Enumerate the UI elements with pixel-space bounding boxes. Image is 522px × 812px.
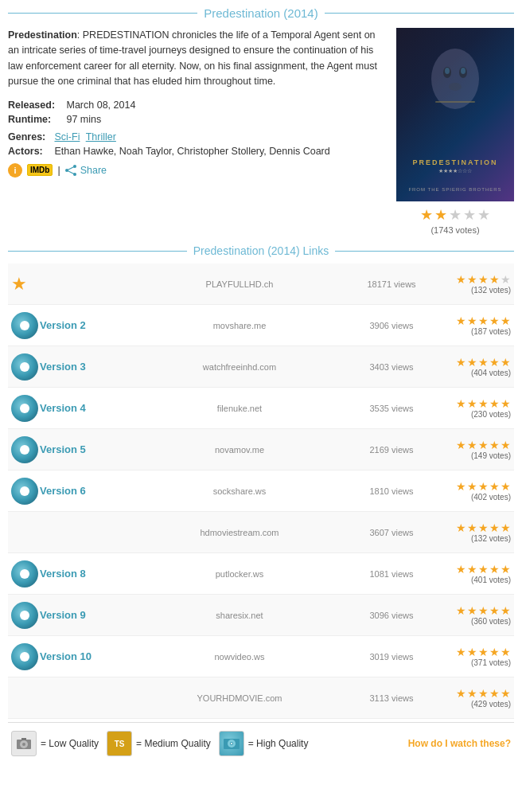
link-url[interactable]: PLAYFULLHD.ch xyxy=(119,279,360,289)
link-version-anchor[interactable]: Version 3 xyxy=(40,361,86,373)
link-star-filled: ★ xyxy=(501,604,511,617)
star-2[interactable]: ★ xyxy=(434,206,447,224)
how-to-watch[interactable]: How do I watch these? xyxy=(408,738,511,749)
med-quality-text: TS xyxy=(115,740,125,748)
link-name: Version 8 xyxy=(40,568,119,580)
link-url[interactable]: movshare.me xyxy=(119,321,360,330)
dvd-icon xyxy=(11,353,38,381)
link-version-anchor[interactable]: Version 6 xyxy=(40,485,86,497)
rating-stars[interactable]: ★ ★ ★ ★ ★ xyxy=(420,206,490,224)
link-star-filled: ★ xyxy=(456,687,466,700)
link-star-filled: ★ xyxy=(501,480,511,493)
movie-title-bold: Predestination xyxy=(8,29,77,41)
actors-label: Actors: xyxy=(8,146,52,157)
title-bar: Predestination (2014) xyxy=(8,6,514,20)
link-star-empty: ★ xyxy=(501,273,511,286)
link-votes: (401 votes) xyxy=(423,576,511,584)
runtime-value: 97 mins xyxy=(66,114,101,125)
star-1[interactable]: ★ xyxy=(420,206,433,224)
links-list: ★ PLAYFULLHD.ch 18171 views ★★★★★ (132 v… xyxy=(8,264,514,719)
star-4[interactable]: ★ xyxy=(463,206,476,224)
poster-face xyxy=(419,39,491,142)
link-url[interactable]: novamov.me xyxy=(119,445,360,455)
link-star-filled: ★ xyxy=(478,439,489,451)
link-star-filled: ★ xyxy=(467,687,477,700)
link-version-anchor[interactable]: Version 4 xyxy=(40,402,86,414)
genre-scifi[interactable]: Sci-Fi xyxy=(54,131,80,142)
link-url-anchor[interactable]: hdmoviestream.com xyxy=(200,528,279,537)
link-version-anchor[interactable]: Version 10 xyxy=(40,650,92,662)
star-3[interactable]: ★ xyxy=(449,206,462,224)
link-url-anchor[interactable]: PLAYFULLHD.ch xyxy=(206,279,274,289)
dvd-icon xyxy=(11,436,38,463)
imdb-badge[interactable]: IMDb xyxy=(27,164,53,176)
link-url-anchor[interactable]: nowvideo.ws xyxy=(215,652,265,662)
imdb-row: i IMDb | Share xyxy=(8,163,387,178)
share-icon xyxy=(65,165,78,176)
dvd-icon xyxy=(11,478,38,505)
link-votes: (230 votes) xyxy=(423,410,511,419)
table-row: Version 2 movshare.me 3906 views ★★★★★ (… xyxy=(8,305,514,346)
link-url-anchor[interactable]: watchfreeinhd.com xyxy=(203,362,276,372)
link-icon-cell: ★ xyxy=(11,274,40,295)
link-star-filled: ★ xyxy=(467,439,477,451)
dvd-icon xyxy=(11,643,38,670)
runtime-label: Runtime: xyxy=(8,114,64,125)
link-url-anchor[interactable]: sharesix.net xyxy=(216,611,263,620)
link-url[interactable]: hdmoviestream.com xyxy=(119,528,360,537)
link-url-anchor[interactable]: YOURHDMOVIE.com xyxy=(197,693,282,703)
link-rating: ★★★★★ (429 votes) xyxy=(423,687,511,709)
runtime-row: Runtime: 97 mins xyxy=(8,114,387,125)
link-url[interactable]: filenuke.net xyxy=(119,404,360,413)
link-star-filled: ★ xyxy=(489,439,500,451)
link-url-anchor[interactable]: putlocker.ws xyxy=(216,569,264,579)
link-url-anchor[interactable]: filenuke.net xyxy=(217,404,262,413)
link-star-filled: ★ xyxy=(478,687,489,700)
link-star-filled: ★ xyxy=(456,563,466,576)
link-views: 2169 views xyxy=(360,445,423,455)
link-star-filled: ★ xyxy=(478,273,489,286)
link-url-anchor[interactable]: sockshare.ws xyxy=(213,486,267,496)
link-name: Version 6 xyxy=(40,485,119,497)
link-version-anchor[interactable]: Version 5 xyxy=(40,443,86,455)
star-5[interactable]: ★ xyxy=(477,206,490,224)
link-star-filled: ★ xyxy=(467,397,477,410)
link-url-anchor[interactable]: movshare.me xyxy=(213,321,267,330)
link-url[interactable]: nowvideo.ws xyxy=(119,652,360,662)
link-url[interactable]: watchfreeinhd.com xyxy=(119,362,360,372)
quality-med-item: TS = Medium Quality xyxy=(107,731,211,756)
link-star-filled: ★ xyxy=(478,646,489,658)
link-star-filled: ★ xyxy=(501,563,511,576)
link-version-anchor[interactable]: Version 9 xyxy=(40,609,86,621)
movie-poster: PREDESTINATION ★★★★☆☆☆ FROM THE SPIERIG … xyxy=(396,28,514,201)
link-url[interactable]: putlocker.ws xyxy=(119,569,360,579)
link-url[interactable]: YOURHDMOVIE.com xyxy=(119,693,360,703)
link-icon-cell xyxy=(11,643,40,670)
link-icon-cell xyxy=(11,478,40,505)
genres-label: Genres: xyxy=(8,131,52,142)
table-row: Version 9 sharesix.net 3096 views ★★★★★ … xyxy=(8,595,514,636)
link-star-filled: ★ xyxy=(467,563,477,576)
table-row: Version 10 nowvideo.ws 3019 views ★★★★★ … xyxy=(8,636,514,677)
link-votes: (360 votes) xyxy=(423,617,511,626)
link-star-filled: ★ xyxy=(456,521,466,534)
svg-rect-15 xyxy=(21,738,26,740)
link-url[interactable]: sharesix.net xyxy=(119,611,360,620)
genre-thriller[interactable]: Thriller xyxy=(86,131,116,142)
link-version-anchor[interactable]: Version 2 xyxy=(40,319,86,331)
released-value: March 08, 2014 xyxy=(66,100,135,111)
svg-point-10 xyxy=(449,83,462,91)
link-views: 1081 views xyxy=(360,569,423,579)
link-votes: (402 votes) xyxy=(423,493,511,502)
low-quality-svg xyxy=(15,735,33,752)
link-votes: (149 votes) xyxy=(423,451,511,460)
movie-description: Predestination: PREDESTINATION chronicle… xyxy=(8,28,387,90)
poster-overlay: PREDESTINATION ★★★★☆☆☆ FROM THE SPIERIG … xyxy=(396,28,514,201)
link-url[interactable]: sockshare.ws xyxy=(119,486,360,496)
share-button[interactable]: Share xyxy=(65,165,107,176)
link-url-anchor[interactable]: novamov.me xyxy=(215,445,264,455)
med-quality-icon: TS xyxy=(107,731,132,756)
link-rating: ★★★★★ (404 votes) xyxy=(423,356,511,377)
link-version-anchor[interactable]: Version 8 xyxy=(40,568,86,580)
svg-point-9 xyxy=(461,68,466,74)
